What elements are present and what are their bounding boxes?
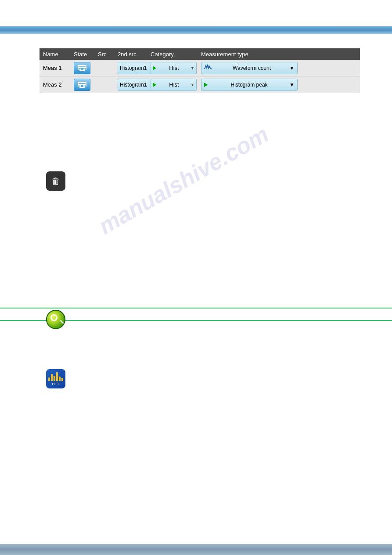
fft-bar-4 xyxy=(56,372,58,381)
svg-rect-1 xyxy=(78,67,86,68)
svg-rect-0 xyxy=(78,65,86,66)
meas1-meastype-icon xyxy=(204,64,212,72)
meas2-meastype-value: Histogram peak xyxy=(231,82,268,88)
meas1-category-arrow: ▼ xyxy=(191,66,194,70)
caliper-icon xyxy=(77,80,87,89)
header-2ndsrc: 2nd src xyxy=(118,51,151,58)
meas1-state[interactable] xyxy=(74,62,98,74)
meas2-meastype-arrow: ▼ xyxy=(289,82,295,88)
caliper-icon xyxy=(77,64,87,73)
top-banner xyxy=(0,26,392,34)
meas2-state-button[interactable] xyxy=(74,79,90,91)
delete-button[interactable]: 🗑 xyxy=(46,171,65,191)
top-divider-line xyxy=(0,308,392,308)
svg-rect-13 xyxy=(86,83,86,87)
meas1-2ndsrc[interactable]: Histogram1 ▼ xyxy=(118,62,151,74)
meas2-category[interactable]: Hist ▼ xyxy=(151,79,201,91)
meas1-source-value: Histogram1 xyxy=(120,65,147,71)
svg-rect-8 xyxy=(78,84,86,85)
meas1-category[interactable]: Hist ▼ xyxy=(151,62,201,74)
fft-bars-icon xyxy=(48,372,63,381)
header-state: State xyxy=(74,51,98,58)
meas2-name: Meas 2 xyxy=(43,81,74,88)
meas1-meastype-arrow: ▼ xyxy=(289,65,295,71)
meas1-category-value: Hist xyxy=(169,65,179,71)
meas2-category-dropdown[interactable]: Hist ▼ xyxy=(151,79,197,91)
fft-bar-2 xyxy=(51,374,53,381)
waveform-icon xyxy=(204,64,212,71)
meas1-meastype[interactable]: Waveform count ▼ xyxy=(201,62,356,74)
svg-rect-12 xyxy=(78,83,79,87)
header-category: Category xyxy=(151,51,201,58)
table-row: Meas 1 Histogram1 ▼ xyxy=(40,60,360,76)
meas1-category-dropdown[interactable]: Hist ▼ xyxy=(151,62,197,74)
header-meastype: Measurement type xyxy=(201,51,356,58)
search-handle xyxy=(60,320,64,324)
fft-label: FFT xyxy=(52,382,60,386)
meas2-source-value: Histogram1 xyxy=(120,82,147,88)
meas2-category-play-icon xyxy=(153,83,156,87)
fft-bar-5 xyxy=(59,377,61,381)
meas2-state[interactable] xyxy=(74,79,98,91)
svg-rect-11 xyxy=(80,87,84,88)
bottom-banner xyxy=(0,544,392,555)
table-row: Meas 2 Histogram1 ▼ xyxy=(40,76,360,93)
header-name: Name xyxy=(43,51,74,58)
meas1-category-play-icon xyxy=(153,66,156,70)
measurements-table: Name State Src 2nd src Category Measurem… xyxy=(40,48,360,93)
meas2-meastype-play-icon xyxy=(204,83,208,87)
meas2-category-value: Hist xyxy=(169,81,179,88)
fft-bar-1 xyxy=(48,377,50,381)
table-header: Name State Src 2nd src Category Measurem… xyxy=(40,48,360,60)
meas1-meastype-dropdown[interactable]: Waveform count ▼ xyxy=(201,62,298,74)
fft-bar-3 xyxy=(54,376,55,381)
meas2-category-arrow: ▼ xyxy=(191,83,194,87)
fft-button[interactable]: FFT xyxy=(46,369,65,388)
svg-rect-7 xyxy=(78,82,86,83)
header-src: Src xyxy=(98,51,118,58)
search-circle xyxy=(50,314,58,321)
search-icon xyxy=(50,314,61,325)
watermark: manualshive.com xyxy=(94,121,273,239)
meas2-meastype[interactable]: Histogram peak ▼ xyxy=(201,79,356,91)
trash-icon: 🗑 xyxy=(51,176,60,186)
meas1-name: Meas 1 xyxy=(43,65,74,71)
svg-rect-4 xyxy=(80,70,84,71)
svg-rect-5 xyxy=(78,66,79,70)
meas1-state-button[interactable] xyxy=(74,62,90,74)
meas1-meastype-value: Waveform count xyxy=(233,65,271,71)
svg-rect-6 xyxy=(86,66,86,70)
fft-bar-6 xyxy=(61,378,63,381)
search-button[interactable] xyxy=(46,310,65,329)
meas2-meastype-dropdown[interactable]: Histogram peak ▼ xyxy=(201,79,298,91)
meas2-2ndsrc[interactable]: Histogram1 ▼ xyxy=(118,79,151,91)
